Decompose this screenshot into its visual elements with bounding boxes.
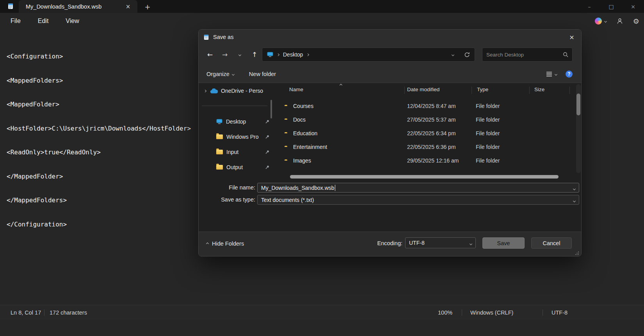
column-date-modified[interactable]: Date modified <box>407 87 439 92</box>
row-name: Courses <box>293 103 313 109</box>
breadcrumb-separator-icon[interactable] <box>306 53 309 56</box>
menu-edit[interactable]: Edit <box>38 18 49 25</box>
divider <box>44 309 44 316</box>
horizontal-scrollbar[interactable] <box>288 175 560 179</box>
dialog-footer: Hide Folders Encoding: UTF-8 Save Cancel <box>199 232 581 256</box>
table-row-images[interactable]: Images 29/05/2025 12:16 am File folder <box>273 154 573 167</box>
tab-close-icon[interactable]: × <box>123 2 133 11</box>
column-divider[interactable] <box>529 87 530 94</box>
table-row-docs[interactable]: Docs 27/05/2025 5:37 am File folder <box>273 113 573 126</box>
up-button[interactable]: ↑ <box>247 48 262 61</box>
table-row-courses[interactable]: Courses 12/04/2025 8:47 am File folder <box>273 99 573 113</box>
file-name-input[interactable]: My_Downloads_Sandbox.wsb <box>257 183 579 193</box>
copilot-button[interactable] <box>595 18 607 25</box>
sidebar-item-output[interactable]: Output <box>199 161 270 174</box>
breadcrumb-location[interactable]: Desktop <box>283 51 303 58</box>
pin-icon <box>265 119 270 124</box>
divider <box>462 309 462 316</box>
line-ending[interactable]: Windows (CRLF) <box>470 309 513 316</box>
column-name[interactable]: Name <box>289 87 303 92</box>
expand-chevron-icon[interactable] <box>204 89 206 92</box>
menu-view[interactable]: View <box>66 18 79 25</box>
tab-my-downloads-sandbox[interactable]: My_Downloads_Sandbox.wsb × <box>19 0 137 13</box>
table-row-education[interactable]: Education 22/05/2025 6:34 pm File folder <box>273 126 573 140</box>
new-folder-button[interactable]: New folder <box>249 71 276 77</box>
new-folder-label: New folder <box>249 71 276 77</box>
desktop-icon <box>216 119 222 124</box>
recent-locations-button[interactable] <box>232 48 247 61</box>
account-icon[interactable] <box>617 18 623 24</box>
refresh-icon[interactable] <box>464 52 470 58</box>
file-list: Name Date modified Type Size Courses 12/… <box>273 83 582 180</box>
scrollbar-thumb[interactable] <box>290 175 559 179</box>
text-caret <box>335 185 335 191</box>
column-divider[interactable] <box>471 87 472 94</box>
sidebar-item-input[interactable]: Input <box>199 145 270 159</box>
column-headers: Name Date modified Type Size <box>273 84 582 96</box>
dialog-close-icon[interactable]: × <box>562 30 581 44</box>
dialog-title: Save as <box>213 34 233 40</box>
column-type[interactable]: Type <box>477 87 488 92</box>
encoding-select[interactable]: UTF-8 <box>405 237 476 248</box>
tab-title: My_Downloads_Sandbox.wsb <box>26 4 123 10</box>
chevron-down-icon <box>238 53 241 56</box>
search-input[interactable] <box>486 52 563 58</box>
zoom-level[interactable]: 100% <box>438 309 452 316</box>
new-tab-button[interactable]: + <box>142 2 153 12</box>
search-icon[interactable] <box>563 52 568 57</box>
file-name-dropdown[interactable] <box>573 185 575 191</box>
cancel-button[interactable]: Cancel <box>531 237 572 249</box>
copilot-icon <box>595 18 602 25</box>
save-as-dialog: Save as × ← → ↑ Desktop <box>198 29 582 256</box>
minimize-button[interactable]: – <box>578 0 600 13</box>
row-date: 29/05/2025 12:16 am <box>407 157 459 164</box>
forward-button[interactable]: → <box>217 48 232 61</box>
save-button[interactable]: Save <box>482 237 525 249</box>
hide-folders-button[interactable]: Hide Folders <box>204 238 246 249</box>
row-name: Docs <box>293 117 306 123</box>
sidebar-item-windows-pro[interactable]: Windows Pro <box>199 130 270 143</box>
row-type: File folder <box>476 117 500 123</box>
pin-icon <box>265 150 270 154</box>
folder-icon <box>216 165 223 170</box>
save-as-type-select[interactable]: Text documents (*.txt) <box>257 195 579 205</box>
sidebar-item-label: Windows Pro <box>226 134 263 140</box>
row-type: File folder <box>476 157 500 164</box>
file-name-label: File name: <box>203 184 255 191</box>
save-as-type-dropdown-icon <box>573 197 575 203</box>
notepad-window: My_Downloads_Sandbox.wsb × + – □ × File … <box>0 0 644 336</box>
row-type: File folder <box>476 103 500 109</box>
editor-line: <HostFolder>C:\Users\jricm\Downloads</Ho… <box>7 125 194 133</box>
help-button[interactable]: ? <box>566 71 573 78</box>
row-date: 27/05/2025 5:37 am <box>407 117 456 123</box>
chevron-down-icon <box>555 73 557 75</box>
scrollbar-thumb[interactable] <box>576 94 580 115</box>
maximize-button[interactable]: □ <box>600 0 622 13</box>
address-bar[interactable]: Desktop <box>262 48 475 62</box>
column-divider[interactable] <box>404 87 405 94</box>
file-rows: Courses 12/04/2025 8:47 am File folder D… <box>273 99 573 167</box>
title-bar: My_Downloads_Sandbox.wsb × + – □ × <box>0 0 644 13</box>
editor-line: </MappedFolders> <box>7 196 194 205</box>
column-divider[interactable] <box>569 87 570 94</box>
folder-icon <box>216 134 223 139</box>
close-button[interactable]: × <box>622 0 644 13</box>
table-row-entertainment[interactable]: Entertainment 22/05/2025 6:36 pm File fo… <box>273 140 573 154</box>
column-size[interactable]: Size <box>534 87 544 92</box>
editor-text-area[interactable]: <Configuration> <MappedFolders> <MappedF… <box>7 37 194 244</box>
address-dropdown-icon[interactable] <box>452 53 454 56</box>
vertical-scrollbar[interactable] <box>576 84 581 173</box>
back-button[interactable]: ← <box>203 48 217 61</box>
sidebar-item-onedrive[interactable]: OneDrive - Perso <box>199 84 270 97</box>
statusbar-encoding[interactable]: UTF-8 <box>551 309 568 316</box>
sidebar-item-desktop[interactable]: Desktop <box>199 115 270 128</box>
settings-gear-icon[interactable]: ⚙ <box>633 17 639 25</box>
toolbar-right: ? <box>546 71 573 78</box>
sidebar-scrollbar[interactable] <box>270 100 272 118</box>
resize-grip[interactable] <box>575 251 579 255</box>
menu-file[interactable]: File <box>11 18 21 25</box>
row-date: 22/05/2025 6:34 pm <box>407 130 456 136</box>
view-mode-button[interactable] <box>546 71 557 77</box>
file-name-value: My_Downloads_Sandbox.wsb <box>261 185 334 191</box>
organize-button[interactable]: Organize <box>206 71 234 77</box>
